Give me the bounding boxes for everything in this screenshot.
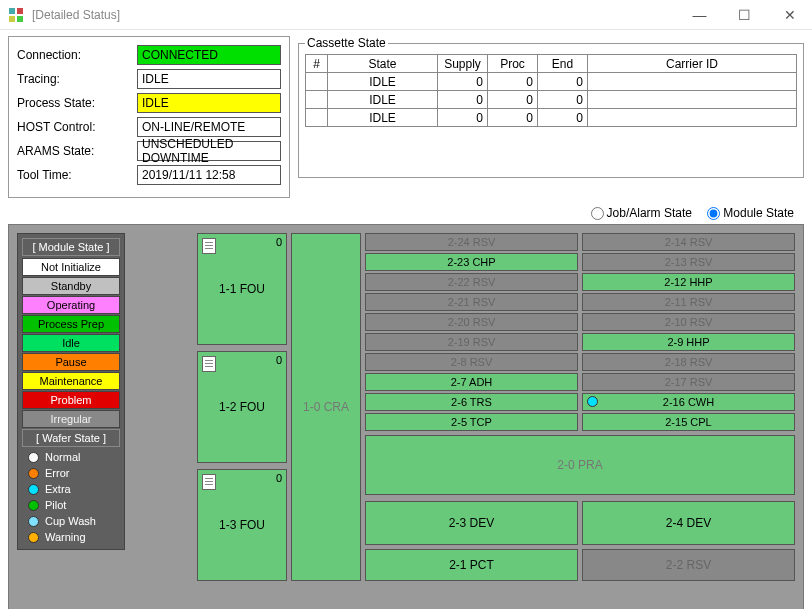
module-slot[interactable]: 2-24 RSV [365, 233, 578, 251]
module-slot[interactable]: 2-8 RSV [365, 353, 578, 371]
module-slot[interactable]: 2-7 ADH [365, 373, 578, 391]
module-cra[interactable]: 1-0 CRA [291, 233, 361, 581]
cassette-icon [202, 356, 216, 372]
module-slot[interactable]: 2-17 RSV [582, 373, 795, 391]
connection-label: Connection: [17, 48, 137, 62]
wafer-warning: Warning [22, 529, 120, 545]
cassette-icon [202, 238, 216, 254]
window-title: [Detailed Status] [32, 8, 677, 22]
table-row: IDLE000 [306, 73, 797, 91]
svg-rect-3 [17, 16, 23, 22]
module-fou-2[interactable]: 01-2 FOU [197, 351, 287, 463]
wafer-state-header: [ Wafer State ] [22, 429, 120, 447]
wafer-extra: Extra [22, 481, 120, 497]
svg-rect-2 [9, 16, 15, 22]
module-slot[interactable]: 2-21 RSV [365, 293, 578, 311]
cassette-icon [202, 474, 216, 490]
module-slot[interactable]: 2-22 RSV [365, 273, 578, 291]
module-slot[interactable]: 2-9 HHP [582, 333, 795, 351]
module-slot[interactable]: 2-15 CPL [582, 413, 795, 431]
process-state-value: IDLE [137, 93, 281, 113]
svg-rect-0 [9, 8, 15, 14]
legend-standby: Standby [22, 277, 120, 295]
module-slot[interactable]: 2-11 RSV [582, 293, 795, 311]
legend-irregular: Irregular [22, 410, 120, 428]
module-slot[interactable]: 2-12 HHP [582, 273, 795, 291]
module-slot[interactable]: 2-5 TCP [365, 413, 578, 431]
legend-problem: Problem [22, 391, 120, 409]
host-control-value: ON-LINE/REMOTE [137, 117, 281, 137]
tool-time-value: 2019/11/11 12:58 [137, 165, 281, 185]
col-num: # [306, 55, 328, 73]
connection-value: CONNECTED [137, 45, 281, 65]
radio-module-state[interactable]: Module State [707, 206, 794, 220]
close-button[interactable]: ✕ [767, 0, 812, 30]
legend-not-initialize: Not Initialize [22, 258, 120, 276]
dot-icon [28, 532, 39, 543]
dot-icon [28, 500, 39, 511]
table-row: IDLE000 [306, 109, 797, 127]
module-slot[interactable]: 2-6 TRS [365, 393, 578, 411]
module-map: [ Module State ] Not Initialize Standby … [8, 224, 804, 609]
maximize-button[interactable]: ☐ [722, 0, 767, 30]
module-pra[interactable]: 2-0 PRA [365, 435, 795, 495]
legend-operating: Operating [22, 296, 120, 314]
app-icon [8, 7, 24, 23]
wafer-dot-icon [587, 396, 598, 407]
dot-icon [28, 516, 39, 527]
module-rsv-2-2[interactable]: 2-2 RSV [582, 549, 795, 581]
view-radio-row: Job/Alarm State Module State [0, 202, 812, 224]
status-panel: Connection:CONNECTED Tracing:IDLE Proces… [8, 36, 290, 198]
legend-pause: Pause [22, 353, 120, 371]
host-control-label: HOST Control: [17, 120, 137, 134]
table-row: IDLE000 [306, 91, 797, 109]
module-slot[interactable]: 2-16 CWH [582, 393, 795, 411]
arams-state-value: UNSCHEDULED DOWNTIME [137, 141, 281, 161]
radio-job-alarm[interactable]: Job/Alarm State [591, 206, 692, 220]
module-fou-1[interactable]: 01-1 FOU [197, 233, 287, 345]
tracing-value: IDLE [137, 69, 281, 89]
col-carrier: Carrier ID [588, 55, 797, 73]
wafer-cup-wash: Cup Wash [22, 513, 120, 529]
minimize-button[interactable]: ― [677, 0, 722, 30]
dot-icon [28, 484, 39, 495]
titlebar: [Detailed Status] ― ☐ ✕ [0, 0, 812, 30]
arams-state-label: ARAMS State: [17, 144, 137, 158]
module-slot[interactable]: 2-14 RSV [582, 233, 795, 251]
wafer-normal: Normal [22, 449, 120, 465]
legend-panel: [ Module State ] Not Initialize Standby … [17, 233, 125, 550]
legend-idle: Idle [22, 334, 120, 352]
tracing-label: Tracing: [17, 72, 137, 86]
process-state-label: Process State: [17, 96, 137, 110]
cassette-legend: Cassette State [305, 36, 388, 50]
module-slot[interactable]: 2-18 RSV [582, 353, 795, 371]
module-slot[interactable]: 2-19 RSV [365, 333, 578, 351]
dot-icon [28, 452, 39, 463]
svg-rect-1 [17, 8, 23, 14]
legend-maintenance: Maintenance [22, 372, 120, 390]
wafer-pilot: Pilot [22, 497, 120, 513]
module-slot[interactable]: 2-13 RSV [582, 253, 795, 271]
module-dev-l[interactable]: 2-3 DEV [365, 501, 578, 545]
legend-process-prep: Process Prep [22, 315, 120, 333]
module-fou-3[interactable]: 01-3 FOU [197, 469, 287, 581]
tool-time-label: Tool Time: [17, 168, 137, 182]
module-slot[interactable]: 2-20 RSV [365, 313, 578, 331]
col-state: State [328, 55, 438, 73]
col-supply: Supply [438, 55, 488, 73]
dot-icon [28, 468, 39, 479]
cassette-fieldset: Cassette State # State Supply Proc End C… [298, 36, 804, 178]
col-end: End [538, 55, 588, 73]
module-slot[interactable]: 2-23 CHP [365, 253, 578, 271]
module-dev-r[interactable]: 2-4 DEV [582, 501, 795, 545]
module-slot[interactable]: 2-10 RSV [582, 313, 795, 331]
cassette-table: # State Supply Proc End Carrier ID IDLE0… [305, 54, 797, 127]
module-state-header: [ Module State ] [22, 238, 120, 256]
col-proc: Proc [488, 55, 538, 73]
wafer-error: Error [22, 465, 120, 481]
module-pct[interactable]: 2-1 PCT [365, 549, 578, 581]
